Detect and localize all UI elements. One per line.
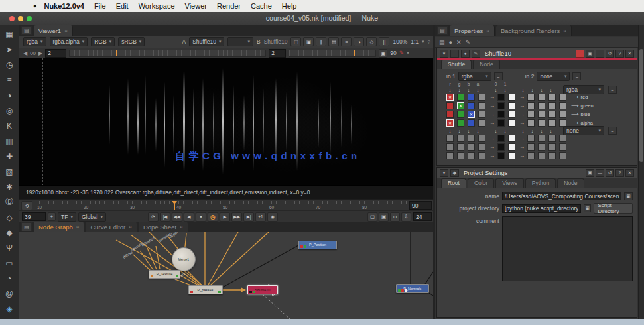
matrix-cell[interactable] xyxy=(559,152,566,159)
help-icon[interactable]: ? xyxy=(615,50,624,58)
tab-color[interactable]: Color xyxy=(468,178,494,188)
matrix-cell[interactable] xyxy=(508,111,515,118)
fullscreen-icon[interactable]: ▢ xyxy=(367,212,377,222)
matrix-cell[interactable] xyxy=(468,119,475,127)
frame-range-icon[interactable]: ▣ xyxy=(379,49,387,58)
script-directory-button[interactable]: Script Directory xyxy=(594,203,633,214)
close-icon[interactable]: × xyxy=(76,224,80,230)
right-scrollbar[interactable] xyxy=(638,25,644,319)
matrix-cell[interactable] xyxy=(508,94,515,101)
matrix-cell[interactable] xyxy=(478,111,485,118)
matrix-cell[interactable] xyxy=(527,135,535,142)
matrix-cell[interactable] xyxy=(559,94,566,101)
matrix-cell[interactable]: ✕ xyxy=(446,119,454,127)
ab-compare-icon[interactable]: ∥ xyxy=(316,37,326,46)
monitor-out-icon[interactable]: ▤ xyxy=(328,37,339,46)
chevron-down-icon[interactable]: ▾ xyxy=(422,39,424,44)
timeline-ruler[interactable]: 102030405060708090 xyxy=(39,201,416,210)
pixel-ratio[interactable]: 1:1 xyxy=(411,38,419,45)
out2-dropdown[interactable]: none▾ xyxy=(563,126,604,135)
matrix-cell[interactable] xyxy=(457,135,464,142)
matrix-cell[interactable]: ✕ xyxy=(446,94,454,101)
matrix-cell[interactable] xyxy=(527,94,535,101)
node-color-swatch[interactable] xyxy=(450,50,459,58)
close-icon[interactable]: × xyxy=(563,28,566,34)
node-name-field[interactable]: Shuffle10 xyxy=(485,50,573,57)
close-icon[interactable]: × xyxy=(64,28,68,34)
viewer-image-area[interactable]: 自学CG www.qdnxxfb.cn xyxy=(19,58,433,186)
channels-dropdown[interactable]: rgba▾ xyxy=(23,37,46,46)
tab-views[interactable]: Views xyxy=(495,178,524,188)
transform-icon[interactable]: ✚ xyxy=(2,149,17,164)
matrix-cell[interactable] xyxy=(508,143,515,151)
matrix-cell[interactable] xyxy=(538,152,545,159)
matrix-cell[interactable] xyxy=(478,143,485,151)
playhead[interactable] xyxy=(174,201,175,210)
collapse-icon[interactable]: ▾ xyxy=(440,169,448,177)
minimize-icon[interactable]: — xyxy=(596,50,604,58)
ofx-icon[interactable]: ◔ xyxy=(2,271,17,286)
offset-a-field[interactable] xyxy=(45,49,66,58)
float-viewer-icon[interactable]: ▣ xyxy=(379,212,389,222)
matrix-cell[interactable] xyxy=(559,143,566,151)
matrix-cell[interactable] xyxy=(538,135,545,142)
matrix-cell[interactable] xyxy=(548,111,556,118)
track-marker[interactable] xyxy=(116,50,117,56)
loop-icon[interactable]: ◉ xyxy=(267,212,278,222)
step-forward-icon[interactable]: ▶ xyxy=(220,212,230,222)
matrix-cell[interactable] xyxy=(508,119,515,127)
app-menu[interactable]: Nuke12.0v4 xyxy=(44,2,84,10)
tab-node[interactable]: Node xyxy=(473,60,499,69)
time-icon[interactable]: ◷ xyxy=(2,57,17,72)
matrix-cell[interactable] xyxy=(497,94,505,101)
prev-icon[interactable]: ◀ xyxy=(23,50,27,56)
matrix-cell[interactable] xyxy=(548,135,556,142)
image-icon[interactable]: ▦ xyxy=(2,27,17,42)
node-normals[interactable]: P_Normals xyxy=(396,284,429,293)
annotate-pencil-icon[interactable]: ✎ xyxy=(399,50,405,56)
input-a-track[interactable] xyxy=(69,50,266,57)
frame-inc-button[interactable]: + xyxy=(48,212,56,221)
matrix-cell[interactable] xyxy=(468,94,475,101)
matrix-cell[interactable] xyxy=(497,135,505,142)
matrix-cell[interactable] xyxy=(478,152,485,159)
update-icon[interactable]: ◈ xyxy=(2,301,17,316)
frame-increment-icon[interactable]: +1 xyxy=(255,212,266,222)
matrix-cell[interactable] xyxy=(527,143,535,151)
matrix-cell[interactable] xyxy=(548,143,556,151)
matrix-cell[interactable] xyxy=(497,152,505,159)
menu-cache[interactable]: Cache xyxy=(251,2,272,10)
close-icon[interactable]: ✕ xyxy=(625,50,634,58)
matrix-cell[interactable] xyxy=(559,102,566,109)
fps-field[interactable] xyxy=(413,212,432,221)
help-icon[interactable]: ? xyxy=(428,39,430,45)
matrix-cell[interactable] xyxy=(468,143,475,151)
filter-icon[interactable]: ◎ xyxy=(2,103,17,118)
help-icon[interactable]: ? xyxy=(615,169,624,177)
matrix-cell[interactable] xyxy=(538,119,545,127)
float-panel-icon[interactable]: ▣ xyxy=(586,169,594,177)
matrix-cell[interactable] xyxy=(497,119,505,127)
channel-icon[interactable]: ≡ xyxy=(2,72,17,88)
close-icon[interactable]: × xyxy=(486,28,489,34)
matrix-cell[interactable] xyxy=(468,152,475,159)
stack-icon[interactable]: ≡ xyxy=(341,37,352,46)
node-shuffle10[interactable]: Shuffle10 xyxy=(247,285,278,294)
matrix-cell[interactable] xyxy=(548,102,556,109)
float-panel-icon[interactable]: ▣ xyxy=(586,50,594,58)
matrix-cell[interactable] xyxy=(559,135,566,142)
tab-curve-editor[interactable]: Curve Editor× xyxy=(86,222,137,232)
expression-icon[interactable]: ✎ xyxy=(472,50,480,58)
out1-dropdown[interactable]: rgba▾ xyxy=(563,85,604,94)
matrix-cell[interactable] xyxy=(497,111,505,118)
range-end-value[interactable]: 90 xyxy=(390,50,396,56)
tab-viewer1[interactable]: Viewer1 × xyxy=(34,25,73,36)
matrix-cell[interactable] xyxy=(559,111,566,118)
scrollbar-thumb[interactable] xyxy=(639,49,643,162)
input-b-track[interactable] xyxy=(289,50,376,57)
matrix-cell[interactable] xyxy=(548,94,556,101)
script-name-field[interactable] xyxy=(502,192,621,200)
deep-icon[interactable]: Ⓓ xyxy=(2,194,17,210)
matrix-cell[interactable] xyxy=(457,152,464,159)
toolsets-icon[interactable]: Ψ xyxy=(2,240,17,255)
